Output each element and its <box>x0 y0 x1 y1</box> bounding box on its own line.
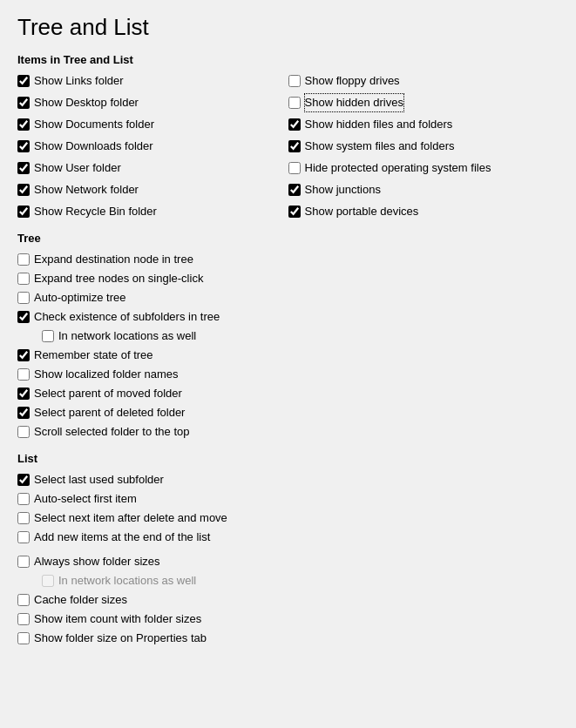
checkbox-add-new-items[interactable] <box>17 531 30 543</box>
items-section-label: Items in Tree and List <box>17 53 559 66</box>
check-item-scroll-selected: Scroll selected folder to the top <box>17 422 559 442</box>
checkbox-scroll-selected[interactable] <box>17 426 30 438</box>
label-show-portable[interactable]: Show portable devices <box>305 203 419 220</box>
check-item-select-last: Select last used subfolder <box>17 470 559 489</box>
items-section: Items in Tree and List Show Links folder… <box>17 53 559 221</box>
checkbox-auto-select-first[interactable] <box>17 493 30 505</box>
checkbox-show-hidden-files[interactable] <box>288 118 301 131</box>
items-left-col: Show Links folderShow Desktop folderShow… <box>17 71 288 221</box>
label-remember-state[interactable]: Remember state of tree <box>34 347 153 364</box>
label-auto-select-first[interactable]: Auto-select first item <box>34 490 137 508</box>
checkbox-cache-folder[interactable] <box>17 594 30 606</box>
checkbox-in-network[interactable] <box>42 330 54 342</box>
checkbox-select-parent-deleted[interactable] <box>17 407 30 419</box>
label-show-network[interactable]: Show Network folder <box>34 181 139 199</box>
label-check-subfolders[interactable]: Check existence of subfolders in tree <box>34 308 220 326</box>
label-show-junctions[interactable]: Show junctions <box>305 181 381 199</box>
checkbox-show-links[interactable] <box>17 75 30 87</box>
check-item-expand-nodes: Expand tree nodes on single-click <box>17 269 559 288</box>
check-item-show-floppy: Show floppy drives <box>288 71 559 91</box>
tree-section: Tree Expand destination node in treeExpa… <box>17 232 559 442</box>
check-item-show-portable: Show portable devices <box>288 202 559 221</box>
check-item-show-folder-size-prop: Show folder size on Properties tab <box>17 629 559 648</box>
label-show-hidden-drives[interactable]: Show hidden drives <box>305 94 403 111</box>
check-item-show-item-count: Show item count with folder sizes <box>17 610 559 629</box>
check-item-hide-protected: Hide protected operating system files <box>288 158 559 178</box>
check-item-select-parent-deleted: Select parent of deleted folder <box>17 403 559 422</box>
checkbox-remember-state[interactable] <box>17 349 30 361</box>
checkbox-select-next[interactable] <box>17 512 30 524</box>
label-show-desktop[interactable]: Show Desktop folder <box>34 94 139 111</box>
checkbox-show-system-files[interactable] <box>288 140 301 152</box>
checkbox-show-recycle[interactable] <box>17 206 30 218</box>
label-show-system-files[interactable]: Show system files and folders <box>305 138 455 155</box>
checkbox-show-network[interactable] <box>17 184 30 196</box>
check-item-in-network-sizes: In network locations as well <box>42 571 559 590</box>
list-section: List Select last used subfolderAuto-sele… <box>17 452 559 648</box>
label-show-user[interactable]: Show User folder <box>34 159 121 177</box>
checkbox-show-portable[interactable] <box>288 206 301 218</box>
label-select-parent-moved[interactable]: Select parent of moved folder <box>34 385 182 402</box>
checkbox-show-downloads[interactable] <box>17 140 30 152</box>
items-right-col: Show floppy drivesShow hidden drivesShow… <box>288 71 559 221</box>
label-always-show-sizes[interactable]: Always show folder sizes <box>34 553 160 570</box>
check-item-cache-folder: Cache folder sizes <box>17 590 559 610</box>
check-item-select-parent-moved: Select parent of moved folder <box>17 384 559 403</box>
check-item-show-desktop: Show Desktop folder <box>17 93 288 112</box>
label-select-next[interactable]: Select next item after delete and move <box>34 509 227 527</box>
label-show-localized[interactable]: Show localized folder names <box>34 366 178 383</box>
label-show-item-count[interactable]: Show item count with folder sizes <box>34 610 201 628</box>
label-scroll-selected[interactable]: Scroll selected folder to the top <box>34 423 190 441</box>
check-item-show-junctions: Show junctions <box>288 180 559 199</box>
checkbox-expand-nodes[interactable] <box>17 273 30 285</box>
checkbox-show-localized[interactable] <box>17 368 30 381</box>
label-show-folder-size-prop[interactable]: Show folder size on Properties tab <box>34 630 207 647</box>
checkbox-check-subfolders[interactable] <box>17 311 30 323</box>
checkbox-select-last[interactable] <box>17 474 30 486</box>
label-add-new-items[interactable]: Add new items at the end of the list <box>34 529 210 546</box>
label-select-parent-deleted[interactable]: Select parent of deleted folder <box>34 404 185 421</box>
checkbox-show-folder-size-prop[interactable] <box>17 632 30 644</box>
label-show-links[interactable]: Show Links folder <box>34 72 124 90</box>
label-show-downloads[interactable]: Show Downloads folder <box>34 138 153 155</box>
label-show-floppy[interactable]: Show floppy drives <box>305 72 400 90</box>
check-item-show-recycle: Show Recycle Bin folder <box>17 202 288 221</box>
checkbox-show-item-count[interactable] <box>17 613 30 625</box>
checkbox-show-junctions[interactable] <box>288 184 301 196</box>
check-item-in-network: In network locations as well <box>42 327 559 346</box>
checkbox-hide-protected[interactable] <box>288 162 301 174</box>
label-show-documents[interactable]: Show Documents folder <box>34 116 154 133</box>
label-expand-dest[interactable]: Expand destination node in tree <box>34 251 193 268</box>
checkbox-show-floppy[interactable] <box>288 75 301 87</box>
label-expand-nodes[interactable]: Expand tree nodes on single-click <box>34 270 203 287</box>
label-show-hidden-files[interactable]: Show hidden files and folders <box>305 116 453 133</box>
checkbox-auto-optimize[interactable] <box>17 292 30 304</box>
check-item-auto-select-first: Auto-select first item <box>17 489 559 509</box>
label-auto-optimize[interactable]: Auto-optimize tree <box>34 289 126 307</box>
list-items2-container: Always show folder sizesIn network locat… <box>17 552 559 648</box>
check-item-show-hidden-drives: Show hidden drives <box>288 93 559 112</box>
label-select-last[interactable]: Select last used subfolder <box>34 471 164 489</box>
check-item-show-links: Show Links folder <box>17 71 288 91</box>
check-item-remember-state: Remember state of tree <box>17 346 559 365</box>
checkbox-always-show-sizes[interactable] <box>17 556 30 568</box>
check-item-show-system-files: Show system files and folders <box>288 137 559 156</box>
check-item-auto-optimize: Auto-optimize tree <box>17 288 559 307</box>
check-item-show-localized: Show localized folder names <box>17 365 559 384</box>
checkbox-in-network-sizes[interactable] <box>42 575 54 587</box>
checkbox-show-desktop[interactable] <box>17 97 30 109</box>
check-item-always-show-sizes: Always show folder sizes <box>17 552 559 571</box>
label-in-network[interactable]: In network locations as well <box>58 327 196 345</box>
items-columns: Show Links folderShow Desktop folderShow… <box>17 71 559 221</box>
checkbox-show-hidden-drives[interactable] <box>288 97 301 109</box>
checkbox-select-parent-moved[interactable] <box>17 388 30 400</box>
checkbox-expand-dest[interactable] <box>17 253 30 266</box>
label-hide-protected[interactable]: Hide protected operating system files <box>305 159 491 177</box>
check-item-show-hidden-files: Show hidden files and folders <box>288 115 559 134</box>
label-in-network-sizes[interactable]: In network locations as well <box>58 572 196 590</box>
label-cache-folder[interactable]: Cache folder sizes <box>34 591 127 609</box>
checkbox-show-documents[interactable] <box>17 118 30 131</box>
tree-items-container: Expand destination node in treeExpand tr… <box>17 250 559 442</box>
checkbox-show-user[interactable] <box>17 162 30 174</box>
label-show-recycle[interactable]: Show Recycle Bin folder <box>34 203 157 220</box>
